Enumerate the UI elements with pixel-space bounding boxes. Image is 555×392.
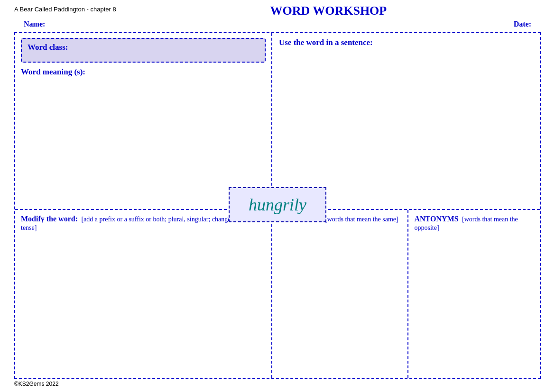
- top-half: Word class: Word meaning (s): Use the wo…: [15, 33, 540, 210]
- word-class-label: Word class:: [28, 43, 68, 52]
- main-grid: Word class: Word meaning (s): Use the wo…: [14, 32, 541, 379]
- right-top-section: Use the word in a sentence:: [272, 33, 540, 209]
- name-label: Name:: [24, 20, 45, 28]
- page: A Bear Called Paddington - chapter 8 WOR…: [0, 0, 555, 392]
- antonyms-cell: ANTONYMS [words that mean the opposite]: [408, 210, 540, 378]
- center-word-box: hungrily: [229, 187, 326, 222]
- synonyms-cell: SYNONYMS [words that mean the same]: [272, 210, 409, 378]
- word-meaning-label: Word meaning (s):: [21, 67, 266, 77]
- page-title: WORD WORKSHOP: [116, 4, 541, 18]
- sentence-label: Use the word in a sentence:: [279, 38, 533, 47]
- word-class-box[interactable]: Word class:: [21, 38, 266, 63]
- top-bar: A Bear Called Paddington - chapter 8 WOR…: [14, 6, 541, 18]
- synonyms-bracket: [words that mean the same]: [324, 216, 398, 223]
- modify-bold-label: Modify the word:: [21, 215, 78, 223]
- antonyms-bold: ANTONYMS: [414, 215, 458, 223]
- center-word: hungrily: [249, 195, 306, 214]
- modify-cell: Modify the word: [add a prefix or a suff…: [15, 210, 272, 378]
- bottom-half: Modify the word: [add a prefix or a suff…: [15, 210, 540, 378]
- left-top-section: Word class: Word meaning (s):: [15, 33, 272, 209]
- footer: ©KS2Gems 2022: [14, 381, 541, 387]
- book-title: A Bear Called Paddington - chapter 8: [14, 6, 116, 13]
- antonyms-label: ANTONYMS [words that mean the opposite]: [414, 215, 534, 232]
- date-label: Date:: [514, 20, 531, 28]
- name-date-row: Name: Date:: [14, 20, 541, 28]
